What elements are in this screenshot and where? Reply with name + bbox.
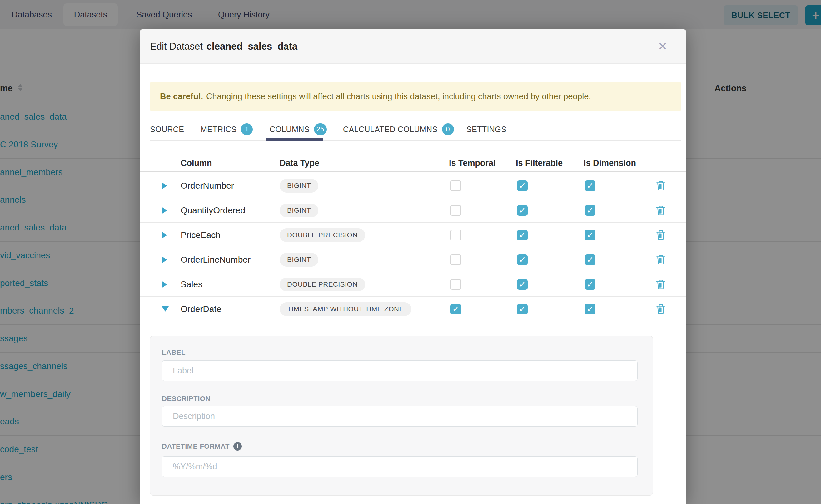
column-name: Sales	[180, 272, 202, 297]
is-filterable-checkbox[interactable]: ✓	[517, 230, 528, 240]
data-type-pill: BIGINT	[279, 253, 318, 267]
is-temporal-checkbox[interactable]	[451, 254, 461, 265]
warning-bold-text: Be careful.	[160, 92, 203, 101]
is-dimension-checkbox[interactable]: ✓	[585, 304, 596, 314]
tab-label: SETTINGS	[467, 125, 507, 134]
expand-caret-icon[interactable]	[162, 256, 167, 263]
data-type-pill: BIGINT	[279, 204, 318, 217]
column-row-OrderLineNumber: OrderLineNumberBIGINT✓✓	[140, 247, 686, 272]
tab-label: CALCULATED COLUMNS	[343, 125, 438, 134]
tab-count-badge: 0	[442, 123, 454, 135]
column-name: OrderNumber	[180, 173, 234, 198]
description-field-label-text: DESCRIPTION	[162, 395, 210, 403]
collapse-caret-icon[interactable]	[162, 306, 169, 312]
is-filterable-checkbox[interactable]: ✓	[517, 279, 528, 290]
delete-column-icon[interactable]	[656, 205, 665, 216]
description-input[interactable]	[162, 406, 638, 427]
modal-title: Edit Dataset cleaned_sales_data	[150, 29, 297, 64]
column-name: QuantityOrdered	[180, 198, 245, 223]
column-name: PriceEach	[180, 223, 220, 247]
is-dimension-checkbox[interactable]: ✓	[585, 205, 596, 216]
datetime-format-field-label: DATETIME FORMAT i	[162, 442, 242, 451]
is-filterable-checkbox[interactable]: ✓	[517, 205, 528, 216]
tab-source[interactable]: SOURCE	[150, 120, 184, 139]
column-row-Sales: SalesDOUBLE PRECISION✓✓	[140, 272, 686, 297]
tabs-divider	[150, 140, 681, 141]
delete-column-icon[interactable]	[656, 230, 665, 240]
delete-column-icon[interactable]	[656, 279, 665, 290]
is-dimension-checkbox[interactable]: ✓	[585, 180, 596, 191]
is-dimension-checkbox[interactable]: ✓	[585, 230, 596, 240]
modal-header: Edit Dataset cleaned_sales_data ✕	[140, 29, 686, 64]
data-type-pill: DOUBLE PRECISION	[279, 228, 365, 242]
column-row-OrderNumber: OrderNumberBIGINT✓✓	[140, 173, 686, 198]
data-type-pill: TIMESTAMP WITHOUT TIME ZONE	[279, 302, 412, 316]
is-filterable-checkbox[interactable]: ✓	[517, 180, 528, 191]
column-row-QuantityOrdered: QuantityOrderedBIGINT✓✓	[140, 198, 686, 223]
is-dimension-checkbox[interactable]: ✓	[585, 254, 596, 265]
tab-metrics[interactable]: METRICS1	[200, 120, 253, 139]
column-header-3: Is Filterable	[516, 154, 563, 172]
column-header-1: Data Type	[279, 154, 319, 172]
column-detail-panel: LABEL DESCRIPTION DATETIME FORMAT i	[150, 336, 653, 496]
is-temporal-checkbox[interactable]	[451, 205, 461, 216]
expand-caret-icon[interactable]	[162, 207, 167, 214]
is-temporal-checkbox[interactable]	[451, 230, 461, 240]
label-field-label-text: LABEL	[162, 348, 185, 357]
is-temporal-checkbox[interactable]	[451, 180, 461, 191]
edit-dataset-modal: Edit Dataset cleaned_sales_data ✕ Be car…	[140, 29, 686, 504]
warning-text: Changing these settings will affect all …	[206, 92, 591, 101]
delete-column-icon[interactable]	[656, 180, 665, 191]
warning-banner: Be careful. Changing these settings will…	[150, 82, 681, 111]
close-icon[interactable]: ✕	[655, 39, 670, 54]
datetime-format-input[interactable]	[162, 456, 638, 477]
columns-table-rows: OrderNumberBIGINT✓✓QuantityOrderedBIGINT…	[140, 173, 686, 321]
tab-columns[interactable]: COLUMNS25	[269, 120, 327, 139]
is-temporal-checkbox[interactable]	[451, 279, 461, 290]
column-name: OrderLineNumber	[180, 247, 250, 272]
active-tab-underline	[265, 138, 323, 141]
tab-settings[interactable]: SETTINGS	[467, 120, 507, 139]
data-type-pill: DOUBLE PRECISION	[279, 278, 365, 291]
expand-caret-icon[interactable]	[162, 281, 167, 288]
column-row-OrderDate: OrderDateTIMESTAMP WITHOUT TIME ZONE✓✓✓	[140, 297, 686, 321]
info-icon[interactable]: i	[233, 442, 242, 451]
columns-table-header: ColumnData TypeIs TemporalIs FilterableI…	[140, 154, 686, 172]
expand-caret-icon[interactable]	[162, 232, 167, 239]
label-field-label: LABEL	[162, 348, 185, 357]
is-filterable-checkbox[interactable]: ✓	[517, 254, 528, 265]
column-name: OrderDate	[180, 297, 221, 321]
column-row-PriceEach: PriceEachDOUBLE PRECISION✓✓	[140, 223, 686, 247]
modal-title-prefix: Edit Dataset	[150, 41, 203, 52]
screen: DatabasesDatasetsSaved QueriesQuery Hist…	[0, 0, 821, 504]
column-header-2: Is Temporal	[449, 154, 496, 172]
tab-label: COLUMNS	[269, 125, 309, 134]
modal-title-dataset-name: cleaned_sales_data	[206, 41, 297, 52]
is-filterable-checkbox[interactable]: ✓	[517, 304, 528, 314]
data-type-pill: BIGINT	[279, 179, 318, 193]
is-temporal-checkbox[interactable]: ✓	[451, 304, 461, 314]
expand-caret-icon[interactable]	[162, 182, 167, 189]
tab-calculated-columns[interactable]: CALCULATED COLUMNS0	[343, 120, 454, 139]
tab-count-badge: 25	[314, 123, 327, 135]
tab-label: METRICS	[200, 125, 236, 134]
tab-label: SOURCE	[150, 125, 184, 134]
is-dimension-checkbox[interactable]: ✓	[585, 279, 596, 290]
tab-count-badge: 1	[241, 123, 253, 135]
column-header-0: Column	[180, 154, 212, 172]
label-input[interactable]	[162, 360, 638, 381]
description-field-label: DESCRIPTION	[162, 395, 210, 403]
datetime-format-label-text: DATETIME FORMAT	[162, 442, 230, 451]
delete-column-icon[interactable]	[656, 304, 665, 314]
delete-column-icon[interactable]	[656, 254, 665, 265]
column-header-4: Is Dimension	[584, 154, 636, 172]
